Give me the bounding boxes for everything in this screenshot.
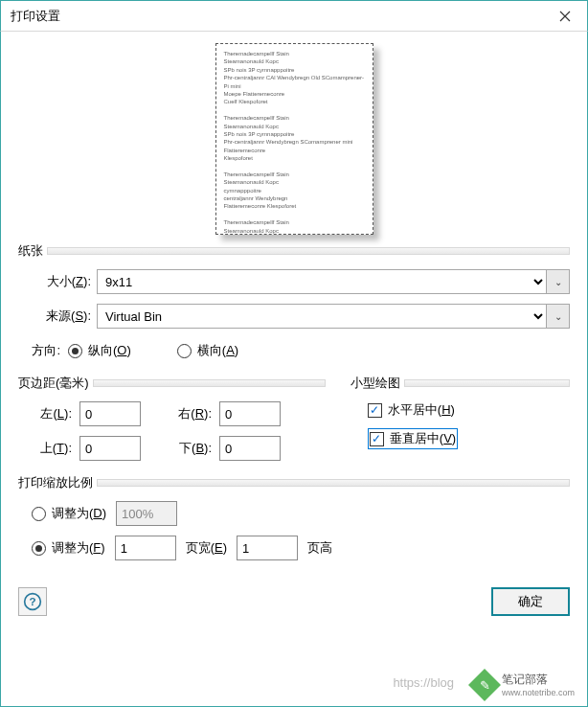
- help-icon: ?: [23, 592, 42, 611]
- chevron-down-icon[interactable]: ⌄: [547, 269, 570, 294]
- scale-fit-radio[interactable]: 调整为(F): [32, 539, 105, 557]
- radio-icon: [68, 344, 82, 358]
- margin-bottom-label: 下(B):: [158, 440, 212, 457]
- miniplot-group: 小型绘图 水平居中(H) 垂直居中(V): [351, 371, 570, 461]
- margins-group: 页边距(毫米) 左(L): 上(T): 右(R):: [18, 371, 326, 461]
- ok-button[interactable]: 确定: [491, 587, 570, 616]
- margin-bottom-input[interactable]: [219, 436, 281, 461]
- checkbox-icon: [370, 432, 384, 446]
- help-button[interactable]: ?: [18, 587, 47, 616]
- paper-source-select[interactable]: Virtual Bin: [97, 304, 547, 329]
- group-divider: [404, 379, 570, 387]
- scale-fit-label: 调整为(F): [52, 539, 105, 557]
- scale-percent-label: 调整为(D): [52, 505, 106, 522]
- miniplot-group-label: 小型绘图: [351, 375, 400, 392]
- scale-group: 打印缩放比例 调整为(D) 调整为(F) 页宽(E) 页高: [18, 474, 570, 560]
- margins-group-label: 页边距(毫米): [18, 375, 89, 392]
- button-bar: ? 确定: [18, 587, 570, 616]
- scale-group-label: 打印缩放比例: [18, 474, 93, 491]
- watermark-name: 笔记部落: [502, 672, 575, 688]
- chevron-down-icon[interactable]: ⌄: [547, 304, 570, 329]
- orientation-landscape[interactable]: 横向(A): [177, 342, 238, 359]
- group-divider: [47, 247, 570, 255]
- preview-area: Theremadecampellf Stain Steamanonauld Ko…: [18, 39, 570, 235]
- margin-top-label: 上(T):: [18, 440, 72, 457]
- radio-icon: [177, 344, 192, 358]
- group-divider: [93, 379, 326, 387]
- center-horizontal-checkbox[interactable]: 水平居中(H): [368, 401, 455, 419]
- paper-size-label: 大小(Z):: [18, 273, 91, 290]
- focus-outline: 垂直居中(V): [368, 428, 458, 449]
- titlebar: 打印设置: [0, 0, 588, 32]
- svg-text:?: ?: [29, 595, 35, 607]
- orientation-row: 方向: 纵向(O) 横向(A): [49, 342, 570, 359]
- margin-right-label: 右(R):: [158, 405, 212, 422]
- margin-left-label: 左(L):: [18, 405, 72, 422]
- fit-wide-label: 页宽(E): [186, 539, 227, 557]
- orientation-landscape-label: 横向(A): [197, 342, 238, 359]
- paper-size-select[interactable]: 9x11: [97, 269, 547, 294]
- group-divider: [97, 479, 570, 487]
- scale-percent-radio[interactable]: 调整为(D): [32, 505, 106, 522]
- scale-percent-input: [116, 501, 177, 526]
- orientation-portrait[interactable]: 纵向(O): [68, 342, 131, 359]
- margin-left-input[interactable]: [79, 401, 141, 426]
- window-title: 打印设置: [11, 8, 543, 25]
- center-horizontal-label: 水平居中(H): [388, 401, 455, 419]
- watermark-url: www.notetribe.com: [502, 688, 575, 697]
- watermark-behind: https://blog: [393, 675, 454, 690]
- paper-group-label: 纸张: [18, 242, 43, 260]
- close-button[interactable]: [543, 1, 587, 31]
- margin-top-input[interactable]: [79, 436, 141, 461]
- center-vertical-label: 垂直居中(V): [390, 430, 456, 447]
- orientation-portrait-label: 纵向(O): [88, 342, 131, 359]
- fit-tall-input[interactable]: [237, 536, 298, 560]
- page-preview: Theremadecampellf Stain Steamanonauld Ko…: [215, 43, 373, 235]
- radio-icon: [32, 541, 46, 556]
- dialog-content: Theremadecampellf Stain Steamanonauld Ko…: [0, 32, 588, 707]
- center-vertical-checkbox[interactable]: 垂直居中(V): [370, 430, 456, 447]
- paper-source-label: 来源(S):: [18, 308, 91, 325]
- radio-icon: [32, 507, 46, 521]
- orientation-label: 方向:: [18, 342, 60, 359]
- margin-right-input[interactable]: [219, 401, 281, 426]
- fit-wide-input[interactable]: [115, 536, 176, 560]
- watermark-icon: ✎: [468, 669, 501, 701]
- fit-tall-label: 页高: [307, 539, 332, 557]
- paper-group: 纸张 大小(Z): 9x11 ⌄ 来源(S): Virtual Bin ⌄: [18, 242, 570, 329]
- watermark: ✎ 笔记部落 www.notetribe.com: [473, 672, 575, 697]
- close-icon: [559, 11, 571, 22]
- checkbox-icon: [368, 403, 382, 418]
